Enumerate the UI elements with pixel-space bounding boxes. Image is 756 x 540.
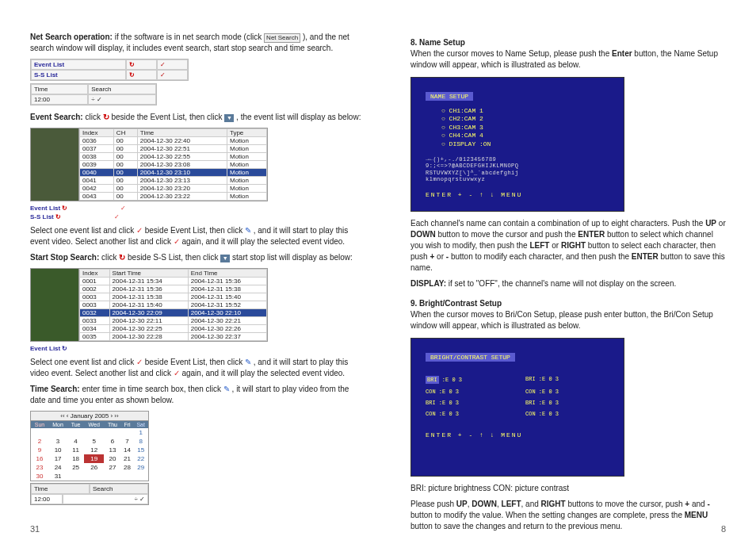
event-list-label: Event List bbox=[30, 205, 60, 212]
ss-list-footer: S-S List ↻ ✓ bbox=[30, 213, 363, 220]
event-search-text: Event Search: click ↻ beside the Event L… bbox=[30, 112, 363, 123]
osd-title: NAME SETUP bbox=[426, 92, 473, 101]
ss-search-label: Start Stop Search: bbox=[30, 253, 99, 262]
section-9-legend: BRI: picture brightness CON: picture con… bbox=[410, 483, 727, 494]
event-thumbnail bbox=[31, 128, 78, 201]
time-search-text: Time Search: enter time in time search b… bbox=[30, 384, 363, 406]
check-icon[interactable]: ✓ bbox=[114, 213, 120, 220]
event-list-panel: IndexCHTimeType0036002004-12-30 22:40Mot… bbox=[30, 128, 268, 201]
calendar[interactable]: ‹‹ ‹ January 2005 › ›› SunMonTueWedThuFr… bbox=[30, 411, 149, 481]
section-8-display: DISPLAY: if set to "OFF", the channel's … bbox=[410, 278, 727, 289]
refresh-icon[interactable]: ↻ bbox=[62, 205, 67, 212]
ss-list-label: S-S List bbox=[31, 70, 126, 80]
event-table[interactable]: IndexCHTimeType0036002004-12-30 22:40Mot… bbox=[78, 128, 267, 201]
calendar-header[interactable]: ‹‹ ‹ January 2005 › ›› bbox=[31, 412, 148, 421]
search-header: Search bbox=[88, 84, 156, 94]
bright-contrast-osd: BRIGHT/CONTRAST SETUP BRI :E 0 3BRI :E 0… bbox=[410, 338, 624, 477]
refresh-icon[interactable]: ↻ bbox=[126, 59, 157, 70]
check-icon[interactable]: ✓ bbox=[157, 70, 188, 80]
select-ss-text: Select one event list and click ✓ beside… bbox=[30, 357, 363, 379]
check-icon[interactable]: ✓ bbox=[174, 369, 180, 377]
check-icon[interactable]: ✓ bbox=[120, 205, 126, 212]
event-search-label: Event Search: bbox=[30, 113, 83, 121]
section-9-intro: When the cursor moves to Bri/Con Setup, … bbox=[410, 309, 727, 331]
edit-icon[interactable]: ✎ bbox=[245, 358, 251, 366]
select-event-text: Select one event list and click ✓ beside… bbox=[30, 225, 363, 247]
event-ss-list-bar: Event List ↻ ✓ S-S List ↻ ✓ bbox=[30, 59, 189, 81]
time-value[interactable]: 12:00 bbox=[31, 494, 63, 504]
net-search-label: Net Search operation: bbox=[30, 33, 113, 41]
check-icon[interactable]: ✓ bbox=[174, 237, 180, 246]
time-search-label: Time Search: bbox=[30, 385, 80, 393]
dropdown-icon[interactable]: ▼ bbox=[224, 114, 234, 122]
right-column: 8. Name Setup When the cursor moves to N… bbox=[410, 32, 727, 532]
page-number-right: 8 bbox=[721, 524, 726, 534]
time-search-bar-bottom: Time Search 12:00 ÷ ✓ bbox=[30, 483, 149, 505]
page-number-left: 31 bbox=[30, 524, 40, 534]
search-action[interactable]: ÷ ✓ bbox=[88, 94, 156, 105]
ss-list-label: S-S List bbox=[30, 213, 54, 220]
edit-icon[interactable]: ✎ bbox=[223, 385, 230, 393]
section-9-body: Please push UP, DOWN, LEFT, and RIGHT bu… bbox=[410, 499, 727, 532]
refresh-icon[interactable]: ↻ bbox=[55, 213, 61, 220]
check-icon[interactable]: ✓ bbox=[136, 226, 143, 235]
name-setup-osd: NAME SETUP ○ CH1:CAM 1○ CH2:CAM 2○ CH3:C… bbox=[410, 77, 624, 212]
section-8-intro: When the cursor moves to Name Setup, ple… bbox=[410, 48, 727, 71]
edit-icon[interactable]: ✎ bbox=[245, 226, 251, 235]
ss-thumbnail bbox=[31, 269, 78, 341]
ss-panel-footer: Event List ↻ bbox=[30, 345, 363, 352]
ss-table[interactable]: IndexStart TimeEnd Time00012004-12-31 15… bbox=[78, 269, 267, 341]
ss-list-panel: IndexStart TimeEnd Time00012004-12-31 15… bbox=[30, 268, 268, 342]
osd-title: BRIGHT/CONTRAST SETUP bbox=[426, 353, 515, 362]
net-search-button[interactable]: Net Search bbox=[264, 33, 300, 43]
search-action[interactable]: ÷ ✓ bbox=[63, 494, 148, 504]
section-9-title: 9. Bright/Contrast Setup bbox=[410, 299, 727, 308]
check-icon[interactable]: ✓ bbox=[157, 59, 188, 70]
osd-footer: ENTER + - ↑ ↓ MENU bbox=[426, 431, 609, 439]
dropdown-icon[interactable]: ▼ bbox=[220, 255, 230, 262]
time-header: Time bbox=[31, 484, 90, 494]
osd-footer: ENTER + - ↑ ↓ MENU bbox=[426, 191, 609, 198]
left-column: Net Search operation: if the software is… bbox=[30, 32, 363, 532]
section-8-body: Each channel's name can contain a combin… bbox=[410, 218, 727, 274]
check-icon[interactable]: ✓ bbox=[136, 358, 143, 366]
time-value[interactable]: 12:00 bbox=[31, 94, 88, 105]
event-list-footer: Event List ↻ ✓ bbox=[30, 205, 363, 212]
refresh-icon[interactable]: ↻ bbox=[103, 113, 109, 121]
event-list-label: Event List bbox=[31, 59, 126, 70]
net-search-intro: Net Search operation: if the software is… bbox=[30, 32, 363, 54]
time-header: Time bbox=[31, 84, 88, 94]
refresh-icon[interactable]: ↻ bbox=[126, 70, 157, 80]
search-header: Search bbox=[90, 484, 148, 494]
section-8-title: 8. Name Setup bbox=[410, 38, 727, 47]
ss-search-text: Start Stop Search: click ↻ beside S-S Li… bbox=[30, 252, 363, 263]
time-search-bar-top: Time Search 12:00 ÷ ✓ bbox=[30, 83, 157, 105]
